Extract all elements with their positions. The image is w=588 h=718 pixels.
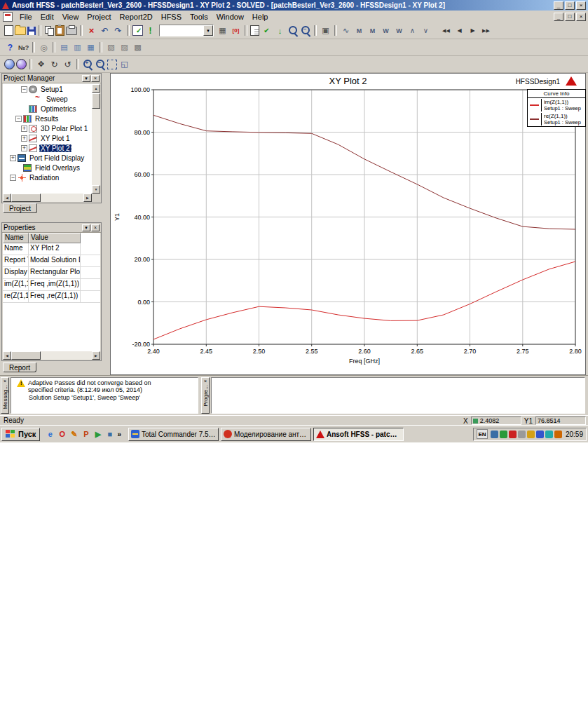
rotate-ccw-icon[interactable]: ↺ xyxy=(62,59,74,70)
print-icon[interactable] xyxy=(66,27,77,35)
tray-sync-icon[interactable] xyxy=(545,431,553,438)
tree-item-optimetrics[interactable]: Optimetrics xyxy=(3,104,92,114)
tray-display-icon[interactable] xyxy=(491,431,498,438)
property-value[interactable]: Freq ,im(Z(1,1)) xyxy=(29,279,81,290)
tree-vertical-scrollbar[interactable]: ▲ ▼ xyxy=(92,84,100,194)
mesh-view-icon[interactable]: ▧ xyxy=(105,42,117,53)
scroll-down-icon[interactable]: ▼ xyxy=(92,185,100,194)
paste-icon[interactable] xyxy=(55,25,64,36)
language-indicator[interactable]: EN xyxy=(477,429,488,439)
expand-icon[interactable]: + xyxy=(10,155,16,161)
scroll-left-icon[interactable]: ◀ xyxy=(3,194,11,202)
tree-item-3d-polar-plot-1[interactable]: +3D Polar Plot 1 xyxy=(3,123,92,133)
close-button[interactable]: × xyxy=(576,1,586,10)
edit-notes-icon[interactable] xyxy=(250,25,259,36)
menu-project[interactable]: Project xyxy=(83,12,115,22)
layout-icon[interactable]: ▣ xyxy=(320,25,331,36)
quicklaunch-powerpoint-icon[interactable]: P xyxy=(81,429,91,440)
nav-last-icon[interactable]: ▶▶ xyxy=(480,25,492,36)
nav-prev-icon[interactable]: ◀ xyxy=(453,25,465,36)
overlay-view-icon[interactable]: ▩ xyxy=(132,42,144,53)
tab-project[interactable]: Project xyxy=(3,203,37,213)
menu-report2d[interactable]: Report2D xyxy=(116,12,157,22)
minimize-button[interactable]: _ xyxy=(554,1,563,10)
wave-m1-icon[interactable]: M xyxy=(353,25,365,36)
document-icon[interactable] xyxy=(3,12,13,22)
tab-report[interactable]: Report xyxy=(3,363,36,372)
property-value[interactable]: XY Plot 2 xyxy=(29,243,81,255)
tray-usb-icon[interactable] xyxy=(554,431,562,438)
legend-entry[interactable]: re(Z(1,1))Setup1 : Sweep xyxy=(528,112,585,126)
message-item[interactable]: Adaptive Passes did not converge based o… xyxy=(13,379,196,393)
horizontal-scroll-thumb[interactable] xyxy=(11,351,41,360)
tree-item-radiation[interactable]: −Radiation xyxy=(3,172,92,182)
message-item[interactable]: Solution Setup 'Setup1', Sweep 'Sweep' xyxy=(29,394,196,401)
tray-messenger-icon[interactable] xyxy=(536,431,544,438)
zoom-trace-icon[interactable]: ~ xyxy=(300,25,311,36)
collapse-icon[interactable]: − xyxy=(10,175,16,181)
wave-sine-icon[interactable]: ∿ xyxy=(340,25,352,36)
menu-window[interactable]: Window xyxy=(212,12,248,22)
zero-bracket-icon[interactable]: [0] xyxy=(230,25,242,36)
plane-view-icon[interactable]: ▥ xyxy=(71,42,83,53)
analyze-all-icon[interactable]: ! xyxy=(144,25,156,36)
tree-item-port-field-display[interactable]: +Port Field Display xyxy=(3,153,92,163)
save-icon[interactable] xyxy=(27,27,36,35)
mdi-close-button[interactable]: × xyxy=(576,13,586,21)
property-value[interactable]: Freq ,re(Z(1,1)) xyxy=(29,291,81,302)
expand-icon[interactable]: + xyxy=(21,145,27,151)
nav-first-icon[interactable]: ◀◀ xyxy=(440,25,452,36)
redo-icon[interactable]: ↷ xyxy=(112,25,124,36)
horizontal-scroll-thumb[interactable] xyxy=(11,194,41,202)
model-view-icon[interactable]: ▤ xyxy=(58,42,70,53)
properties-column-name[interactable]: Name xyxy=(3,233,29,243)
mdi-minimize-button[interactable]: _ xyxy=(554,13,563,21)
title-bar[interactable]: Ansoft HFSS - patchBesterl_Ver3_2600 - H… xyxy=(0,0,588,11)
quicklaunch-opera-icon[interactable]: O xyxy=(57,429,67,440)
tree-item-xy-plot-2[interactable]: +XY Plot 2 xyxy=(3,143,92,153)
tree-item-field-overlays[interactable]: Field Overlays xyxy=(3,163,92,172)
tray-antivirus-icon[interactable] xyxy=(509,431,517,438)
scroll-left-icon[interactable]: ◀ xyxy=(3,351,11,360)
dropdown-arrow-icon[interactable]: ▼ xyxy=(203,25,213,36)
delete-icon[interactable]: × xyxy=(86,25,97,36)
orbit-sphere-icon[interactable] xyxy=(4,59,15,69)
chevron-down-icon[interactable]: ▾ xyxy=(82,75,90,82)
spin-sphere-icon[interactable] xyxy=(16,59,27,69)
maximize-button[interactable]: □ xyxy=(565,1,575,10)
copy-icon[interactable] xyxy=(44,26,54,36)
undo-icon[interactable]: ↶ xyxy=(99,25,111,36)
chevron-down-icon[interactable]: ▾ xyxy=(82,224,90,231)
import-data-icon[interactable]: ↓ xyxy=(274,25,286,36)
start-button[interactable]: Пуск xyxy=(1,428,40,441)
tree-item-setup1[interactable]: −Setup1 xyxy=(3,84,92,94)
menu-view[interactable]: View xyxy=(58,12,83,22)
close-icon[interactable]: × xyxy=(204,379,207,384)
property-value[interactable]: Rectangular Plot xyxy=(29,267,81,278)
help-icon[interactable]: ? xyxy=(4,42,16,53)
tree-item-xy-plot-1[interactable]: +XY Plot 1 xyxy=(3,133,92,143)
zoom-data-icon[interactable] xyxy=(287,25,299,36)
zoom-window-icon[interactable] xyxy=(107,60,117,69)
panel-close-icon[interactable]: × xyxy=(91,75,100,82)
open-icon[interactable] xyxy=(15,27,26,35)
menu-tools[interactable]: Tools xyxy=(186,12,212,22)
xy-plot-canvas[interactable]: 2.402.452.502.552.602.652.702.752.80100.… xyxy=(111,74,587,376)
quicklaunch-ie-icon[interactable]: e xyxy=(45,429,55,440)
new-file-icon[interactable] xyxy=(4,25,13,36)
tray-volume-icon[interactable] xyxy=(518,431,526,438)
fields-view-icon[interactable]: ▨ xyxy=(118,42,130,53)
wave-up-icon[interactable]: ∧ xyxy=(406,25,418,36)
taskbar-task-hfss[interactable]: Ansoft HFSS - patchB... xyxy=(313,428,404,441)
property-value[interactable]: Modal Solution D... xyxy=(29,255,81,266)
properties-horizontal-scrollbar[interactable]: ◀ ▶ xyxy=(3,351,100,360)
collapse-icon[interactable]: − xyxy=(21,86,27,93)
boundary-display-icon[interactable]: ◎ xyxy=(38,42,50,53)
solution-setup-combo[interactable]: ▼ xyxy=(159,25,214,36)
tab-progress[interactable]: × Progre... xyxy=(201,377,210,414)
vertical-scroll-thumb[interactable] xyxy=(92,93,100,109)
quicklaunch-pencil-icon[interactable]: ✎ xyxy=(69,429,79,440)
pan-icon[interactable]: ✥ xyxy=(35,59,47,70)
wave-m2-icon[interactable]: M xyxy=(367,25,378,36)
grid-view-icon[interactable]: ▦ xyxy=(85,42,97,53)
